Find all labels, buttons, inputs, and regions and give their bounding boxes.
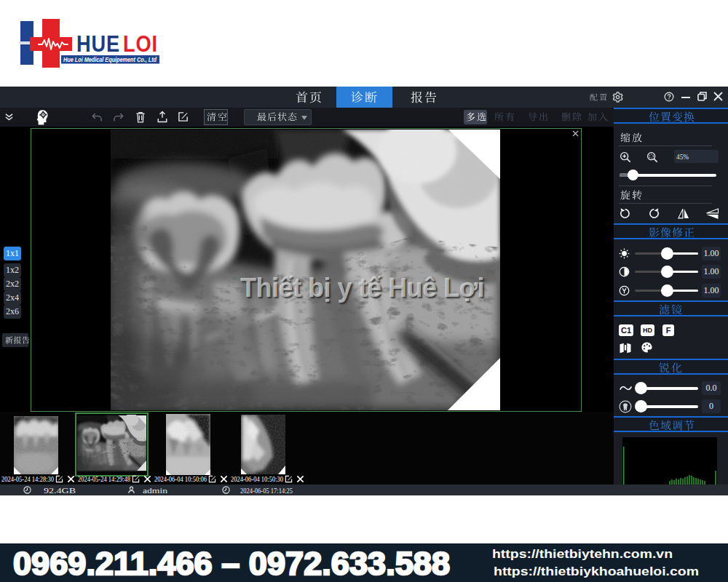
svg-text:2024-06-04 10:50:06: 2024-06-04 10:50:06	[154, 474, 207, 483]
svg-text:2024-06-05 17:14:25: 2024-06-05 17:14:25	[240, 486, 293, 495]
svg-text:2024-05-24 14:29:48: 2024-05-24 14:29:48	[78, 474, 130, 483]
svg-text:https://thietbiykhoahueloi.com: https://thietbiykhoahueloi.com	[494, 565, 699, 578]
svg-text:2024-05-24 14:28:30: 2024-05-24 14:28:30	[1, 474, 54, 483]
svg-text:admin: admin	[143, 486, 168, 495]
svg-text:2024-06-04 10:50:30: 2024-06-04 10:50:30	[231, 474, 283, 483]
svg-text:Hue Loi Medical Equipement Co.: Hue Loi Medical Equipement Co., Ltd	[63, 57, 157, 63]
svg-text:https://thietbiytehn.com.vn: https://thietbiytehn.com.vn	[492, 547, 673, 561]
svg-text:LOI: LOI	[123, 31, 158, 57]
svg-text:HUE: HUE	[76, 31, 120, 57]
svg-text:92.4GB: 92.4GB	[44, 486, 76, 495]
svg-text:45%: 45%	[676, 154, 689, 161]
